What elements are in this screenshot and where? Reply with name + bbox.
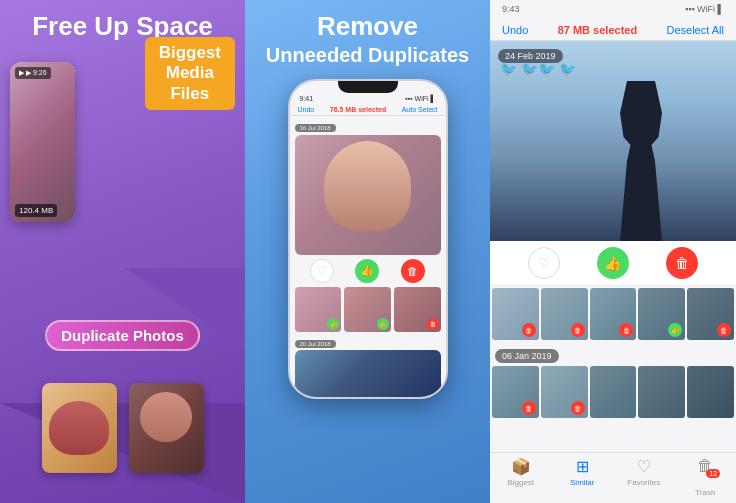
p3-thumb2-badge: 🗑 bbox=[571, 323, 585, 337]
p3-thumb-2[interactable]: 🗑 bbox=[541, 288, 588, 340]
iphone-thumbnail-row: 👍 👍 🗑 bbox=[290, 287, 446, 332]
p3-thumbup-button[interactable]: 👍 bbox=[597, 247, 629, 279]
panel1-biggest-label: Biggest Media Files bbox=[145, 37, 235, 110]
p3-trash-button[interactable]: 🗑 bbox=[666, 247, 698, 279]
p3-heart-button[interactable]: ♡ bbox=[528, 247, 560, 279]
panel1-file-size: 120.4 MB bbox=[15, 204, 57, 217]
p3-thumb6-badge: 🗑 bbox=[522, 401, 536, 415]
p3-thumb1-badge: 🗑 bbox=[522, 323, 536, 337]
p3-thumb5-badge: 🗑 bbox=[717, 323, 731, 337]
iphone-action-bar: ♡ 👍 🗑 bbox=[290, 255, 446, 287]
panel3-silhouette bbox=[606, 81, 676, 241]
thumb3-badge: 🗑 bbox=[427, 318, 439, 330]
panel3-thumb-section: 🗑 🗑 🗑 👍 🗑 06 Jan 2019 🗑 🗑 bbox=[490, 286, 736, 452]
panel-free-up-space: Free Up Space ▶ ▶ 9:26 120.4 MB Biggest … bbox=[0, 0, 245, 503]
panel3-date2-tag: 06 Jan 2019 bbox=[495, 349, 559, 363]
iphone-toolbar: Undo 76.5 MB selected Auto Select bbox=[290, 104, 446, 116]
p3-thumb-5[interactable]: 🗑 bbox=[687, 288, 734, 340]
nav-similar[interactable]: ⊞ Similar bbox=[552, 457, 614, 497]
p3-thumb-8[interactable] bbox=[590, 366, 637, 418]
iphone-thumb-1[interactable]: 👍 bbox=[295, 287, 342, 332]
panel3-action-bar: ♡ 👍 🗑 bbox=[490, 241, 736, 286]
similar-icon: ⊞ bbox=[576, 457, 589, 476]
panel-similar-photos: 9:43 ▪▪▪ WiFi ▌ Undo 87 MB selected Dese… bbox=[490, 0, 736, 503]
iphone-photo-face bbox=[324, 141, 412, 231]
panel3-thumb-row1: 🗑 🗑 🗑 👍 🗑 bbox=[490, 286, 736, 342]
iphone-mockup: 9:41 ▪▪▪ WiFi ▌ Undo 76.5 MB selected Au… bbox=[288, 79, 448, 399]
p3-thumb-1[interactable]: 🗑 bbox=[492, 288, 539, 340]
p3-thumb-4[interactable]: 👍 bbox=[638, 288, 685, 340]
nav-trash[interactable]: 🗑 12 Trash bbox=[675, 457, 737, 497]
p3-deselect-btn[interactable]: Deselect All bbox=[667, 24, 724, 36]
thumbup-button[interactable]: 👍 bbox=[355, 259, 379, 283]
iphone-thumb-3[interactable]: 🗑 bbox=[394, 287, 441, 332]
nav-biggest[interactable]: 📦 Biggest bbox=[490, 457, 552, 497]
video-icon: ▶ bbox=[19, 69, 24, 77]
panel1-photos-row bbox=[0, 383, 245, 473]
signal-icons: ▪▪▪ WiFi ▌ bbox=[405, 95, 435, 102]
iphone-status-bar: 9:41 ▪▪▪ WiFi ▌ bbox=[290, 93, 446, 104]
iphone-main-photo bbox=[295, 135, 441, 255]
p3-undo-btn[interactable]: Undo bbox=[502, 24, 528, 36]
p3-thumb7-badge: 🗑 bbox=[571, 401, 585, 415]
panel1-duplicate-label: Duplicate Photos bbox=[0, 327, 245, 345]
iphone-selected-label: 76.5 MB selected bbox=[330, 106, 386, 113]
iphone-thumb-2[interactable]: 👍 bbox=[344, 287, 391, 332]
panel1-photo-2 bbox=[129, 383, 204, 473]
p3-signal-icons: ▪▪▪ WiFi ▌ bbox=[685, 4, 724, 14]
panel2-title-line1: Remove bbox=[317, 12, 418, 42]
panel1-phone: ▶ ▶ 9:26 120.4 MB bbox=[10, 62, 75, 222]
panel3-thumb-row2: 🗑 🗑 bbox=[490, 366, 736, 420]
iphone-auto-select-btn[interactable]: Auto Select bbox=[402, 106, 438, 113]
p3-thumb3-badge: 🗑 bbox=[619, 323, 633, 337]
p3-thumb-7[interactable]: 🗑 bbox=[541, 366, 588, 418]
panel3-bottom-nav: 📦 Biggest ⊞ Similar ♡ Favorites 🗑 12 Tra… bbox=[490, 452, 736, 503]
favorites-icon: ♡ bbox=[637, 457, 651, 476]
panel1-video-badge: ▶ ▶ 9:26 bbox=[15, 67, 51, 79]
trash-button[interactable]: 🗑 bbox=[401, 259, 425, 283]
iphone-date1-label: 16 Jul 2018 bbox=[295, 124, 336, 132]
panel3-main-photo: 24 Feb 2019 🐦 🐦🐦 🐦 bbox=[490, 41, 736, 241]
panel-remove-duplicates: Remove Unneeded Duplicates 9:41 ▪▪▪ WiFi… bbox=[245, 0, 490, 503]
heart-button[interactable]: ♡ bbox=[310, 259, 334, 283]
panel1-photo: ▶ ▶ 9:26 120.4 MB bbox=[10, 62, 75, 222]
panel2-title-line2: Unneeded Duplicates bbox=[266, 44, 469, 67]
iphone-second-photo bbox=[295, 350, 441, 399]
p3-thumb-6[interactable]: 🗑 bbox=[492, 366, 539, 418]
p3-selected-label: 87 MB selected bbox=[558, 24, 637, 36]
p3-thumb-3[interactable]: 🗑 bbox=[590, 288, 637, 340]
iphone-date2-label: 20 Jul 2018 bbox=[295, 340, 336, 348]
biggest-icon: 📦 bbox=[511, 457, 531, 476]
panel3-date2-row: 06 Jan 2019 bbox=[490, 342, 736, 366]
p3-thumb-9[interactable] bbox=[638, 366, 685, 418]
trash-badge: 12 bbox=[706, 469, 720, 478]
nav-favorites[interactable]: ♡ Favorites bbox=[613, 457, 675, 497]
panel1-photo-1 bbox=[42, 383, 117, 473]
iphone-undo-btn[interactable]: Undo bbox=[298, 106, 315, 113]
p3-thumb4-badge: 👍 bbox=[668, 323, 682, 337]
panel3-toolbar: Undo 87 MB selected Deselect All bbox=[490, 16, 736, 41]
panel3-birds-decoration: 🐦 🐦🐦 🐦 bbox=[500, 61, 576, 77]
p3-thumb-10[interactable] bbox=[687, 366, 734, 418]
thumb1-badge: 👍 bbox=[327, 318, 339, 330]
thumb2-badge: 👍 bbox=[377, 318, 389, 330]
panel3-status-bar: 9:43 ▪▪▪ WiFi ▌ bbox=[490, 0, 736, 16]
iphone-notch bbox=[338, 81, 398, 93]
